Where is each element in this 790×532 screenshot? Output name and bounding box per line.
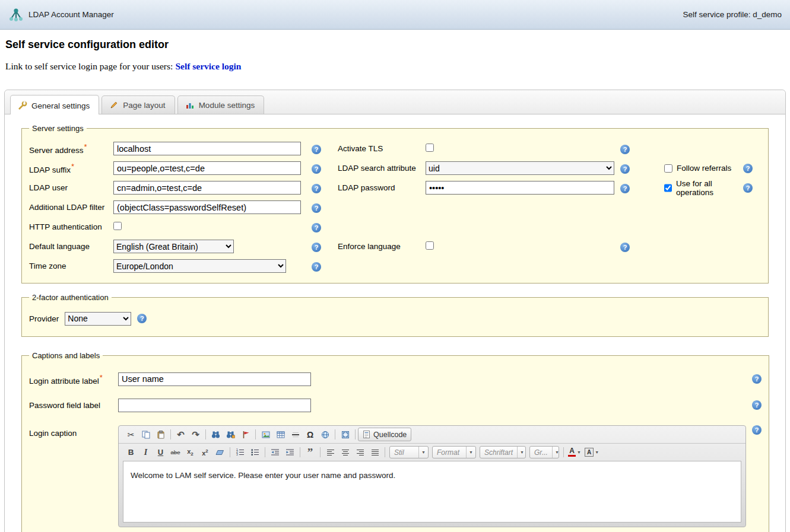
use-for-all-operations-checkbox[interactable] — [664, 184, 672, 192]
time-zone-select[interactable]: Europe/London — [113, 259, 286, 273]
replace-icon — [226, 431, 235, 438]
help-icon[interactable]: ? — [312, 203, 321, 213]
special-char-button[interactable]: Ω — [303, 428, 318, 441]
align-left-icon — [326, 449, 335, 456]
background-color-icon: A — [585, 448, 594, 457]
help-icon[interactable]: ? — [752, 400, 762, 410]
self-service-login-link[interactable]: Self service login — [175, 61, 241, 71]
align-left-button[interactable] — [323, 445, 338, 459]
strikethrough-button[interactable]: abe — [168, 445, 183, 459]
additional-ldap-filter-input[interactable] — [113, 200, 301, 214]
ldap-password-label: LDAP password — [338, 183, 426, 192]
style-combo-label: Stil — [390, 447, 418, 458]
outdent-button[interactable] — [268, 445, 283, 459]
login-caption-label: Login caption — [29, 425, 118, 438]
default-language-label: Default language — [29, 242, 113, 251]
help-icon[interactable]: ? — [312, 243, 321, 252]
background-color-button[interactable]: A▼ — [583, 445, 601, 459]
help-icon[interactable]: ? — [743, 164, 753, 173]
help-icon[interactable]: ? — [752, 425, 762, 435]
follow-referrals-checkbox[interactable] — [664, 164, 672, 173]
help-icon[interactable]: ? — [312, 145, 321, 154]
paste-button[interactable] — [153, 428, 168, 441]
format-combo[interactable]: Format▼ — [432, 446, 476, 458]
indent-button[interactable] — [283, 445, 297, 459]
copy-button[interactable] — [138, 428, 153, 441]
align-center-button[interactable] — [338, 445, 353, 459]
redo-button[interactable]: ↷ — [188, 428, 203, 441]
help-icon[interactable]: ? — [312, 164, 321, 174]
maximize-button[interactable] — [338, 428, 353, 441]
help-icon[interactable]: ? — [312, 262, 321, 272]
replace-button[interactable] — [223, 428, 238, 441]
superscript-icon: x2 — [202, 448, 208, 457]
help-icon[interactable]: ? — [620, 164, 630, 174]
size-combo-label: Gr... — [530, 447, 552, 458]
find-button[interactable] — [208, 428, 223, 441]
server-address-label: Server address* — [29, 142, 113, 155]
toolbar-separator — [265, 447, 265, 457]
tab-module-settings[interactable]: Module settings — [177, 95, 265, 114]
color-bar — [568, 455, 576, 457]
default-language-select[interactable]: English (Great Britain) — [113, 240, 234, 253]
italic-button[interactable]: I — [138, 445, 153, 459]
sub-small: 2 — [191, 451, 193, 457]
http-authentication-label: HTTP authentication — [29, 222, 113, 231]
http-authentication-checkbox[interactable] — [113, 222, 122, 230]
login-link-line: Link to self service login page for your… — [5, 61, 790, 72]
help-icon[interactable]: ? — [743, 183, 753, 193]
password-field-label-input[interactable] — [118, 399, 311, 412]
superscript-button[interactable]: x2 — [198, 445, 212, 459]
image-button[interactable] — [258, 428, 273, 441]
align-right-icon — [356, 449, 364, 456]
text-color-button[interactable]: A▼ — [566, 445, 583, 459]
source-button[interactable]: Quellcode — [358, 428, 411, 441]
ldap-password-input[interactable] — [426, 181, 614, 195]
cut-button[interactable]: ✂ — [123, 428, 138, 441]
login-attribute-label-input[interactable] — [118, 372, 311, 386]
tab-page-layout[interactable]: Page layout — [101, 95, 175, 114]
provider-select[interactable]: None — [65, 312, 131, 326]
tab-general-settings[interactable]: General settings — [10, 95, 99, 114]
spellcheck-flag-button[interactable] — [238, 428, 253, 441]
iframe-button[interactable] — [318, 428, 332, 441]
help-icon[interactable]: ? — [620, 243, 630, 252]
help-icon[interactable]: ? — [752, 374, 762, 384]
enforce-language-checkbox[interactable] — [426, 241, 434, 250]
indent-icon — [285, 448, 294, 456]
activate-tls-checkbox[interactable] — [426, 144, 434, 152]
bold-icon: B — [128, 448, 134, 457]
size-combo[interactable]: Gr...▼ — [529, 446, 559, 458]
remove-format-button[interactable] — [212, 445, 227, 459]
ldap-suffix-input[interactable] — [113, 161, 301, 175]
font-combo[interactable]: Schriftart▼ — [480, 446, 526, 458]
help-icon[interactable]: ? — [312, 184, 321, 193]
align-justify-button[interactable] — [367, 445, 382, 459]
ldap-user-label: LDAP user — [29, 183, 113, 192]
subscript-button[interactable]: x2 — [183, 445, 198, 459]
ldap-user-input[interactable] — [113, 181, 301, 195]
horizontal-rule-button[interactable] — [288, 428, 303, 441]
style-combo[interactable]: Stil▼ — [389, 446, 429, 458]
table-button[interactable] — [273, 428, 288, 441]
help-icon[interactable]: ? — [620, 184, 630, 193]
undo-button[interactable]: ↶ — [173, 428, 188, 441]
underline-button[interactable]: U — [153, 445, 168, 459]
server-address-input[interactable] — [113, 142, 301, 155]
bullet-list-button[interactable] — [248, 445, 262, 459]
tab-bar: General settings Page layout Module sett… — [5, 90, 785, 114]
server-settings-fieldset: Server settings Server address* ? Activa… — [21, 124, 769, 283]
blockquote-button[interactable]: ” — [303, 445, 318, 459]
ldap-search-attribute-select[interactable]: uid — [426, 161, 614, 175]
help-icon[interactable]: ? — [137, 314, 147, 323]
align-right-button[interactable] — [353, 445, 367, 459]
help-icon[interactable]: ? — [620, 145, 630, 154]
editor-content-area[interactable]: Welcome to LAM self service. Please ente… — [123, 461, 741, 523]
blockquote-icon: ” — [307, 450, 313, 455]
captions-legend: Captions and labels — [29, 351, 103, 360]
tab-label: General settings — [31, 101, 90, 110]
eraser-icon — [215, 449, 224, 456]
bold-button[interactable]: B — [123, 445, 138, 459]
numbered-list-button[interactable]: 123 — [233, 445, 248, 459]
help-icon[interactable]: ? — [312, 223, 321, 232]
